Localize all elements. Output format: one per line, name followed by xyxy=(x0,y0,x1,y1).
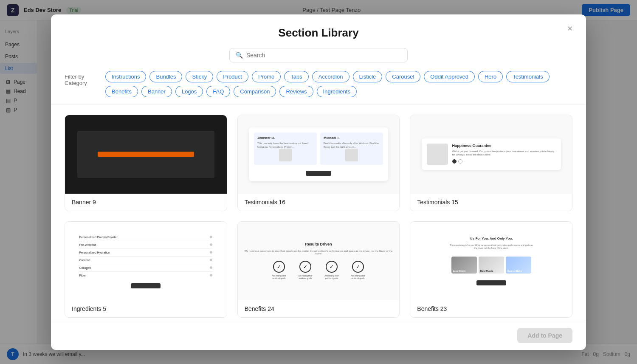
b24-icon-4: ✓ Are hitting their workout goals xyxy=(347,261,369,279)
t16-row: Jennifer B. This has truly been the best… xyxy=(254,133,383,165)
t15-nav xyxy=(452,159,556,164)
t16-card-1: Jennifer B. This has truly been the best… xyxy=(254,133,317,165)
ing5-row-1: Personalized Protein Powder xyxy=(79,234,212,241)
search-bar: 🔍 xyxy=(229,48,408,62)
section-preview-banner9 xyxy=(65,115,227,194)
ing5-row-6: Fiber xyxy=(79,272,212,279)
t16-name-2: Michael T. xyxy=(324,136,380,140)
modal-close-button[interactable]: × xyxy=(564,23,576,35)
t16-inner: Jennifer B. This has truly been the best… xyxy=(249,127,388,181)
b23-img-2: Build Muscle xyxy=(479,257,504,274)
filter-tag-ingredients[interactable]: Ingredients xyxy=(317,86,357,97)
filter-tag-faq[interactable]: FAQ xyxy=(206,86,230,97)
filter-tag-banner[interactable]: Banner xyxy=(141,86,172,97)
t15-inner: Happiness Guarantee We've got you covere… xyxy=(422,138,561,170)
ing5-preview-bg: Personalized Protein Powder Pre-Workout … xyxy=(65,222,227,300)
filter-tag-tabs[interactable]: Tabs xyxy=(284,71,308,82)
t15-img xyxy=(427,144,448,165)
b24-icons: ✓ Are hitting their workout goals ✓ Are … xyxy=(268,261,369,279)
filter-tag-accordion[interactable]: Accordion xyxy=(312,71,350,82)
b23-img-label-3: Recover Better xyxy=(507,270,523,272)
ing5-row-3: Personalized Hydration xyxy=(79,249,212,257)
b24-subtitle: We need our customers to stay their resu… xyxy=(243,250,395,255)
filter-area: Filter byCategory Instructions Bundles S… xyxy=(51,71,586,104)
ing5-label-5: Collagen xyxy=(79,266,91,269)
section-preview-benefits23: It's For You. And Only You. This experie… xyxy=(410,222,572,300)
section-label-benefits23: Benefits 23 xyxy=(410,300,572,317)
ing5-label-6: Fiber xyxy=(79,274,86,277)
section-card-benefits24[interactable]: Results Driven We need our customers to … xyxy=(237,221,400,318)
add-to-page-button[interactable]: Add to Page xyxy=(517,328,572,343)
b23-img-1: Lose Weight xyxy=(451,257,477,274)
filter-tag-benefits[interactable]: Benefits xyxy=(105,86,138,97)
b23-cta-btn xyxy=(476,280,506,285)
section-card-testimonials15[interactable]: Happiness Guarantee We've got you covere… xyxy=(410,115,572,211)
section-card-testimonials16[interactable]: Jennifer B. This has truly been the best… xyxy=(237,115,400,211)
filter-tag-comparison[interactable]: Comparison xyxy=(234,86,276,97)
b23-img-3: Recover Better xyxy=(506,257,531,274)
filter-label: Filter byCategory xyxy=(65,71,99,86)
filter-tag-promo[interactable]: Promo xyxy=(252,71,281,82)
filter-tag-hero[interactable]: Hero xyxy=(478,71,503,82)
b24-circle-1: ✓ xyxy=(273,261,285,273)
t16-text-1: This has truly been the best tasting out… xyxy=(257,141,313,149)
t16-cta-btn xyxy=(306,171,331,176)
ing5-dot-2 xyxy=(210,243,212,246)
ing5-row-5: Collagen xyxy=(79,264,212,272)
section-library-modal: Section Library × 🔍 Filter byCategory In… xyxy=(51,14,586,350)
b24-icon-label-2: Are hitting their workout goals xyxy=(295,274,316,279)
b24-title: Results Driven xyxy=(305,242,332,246)
search-input[interactable] xyxy=(246,52,401,59)
filter-tag-bundles[interactable]: Bundles xyxy=(149,71,182,82)
search-icon: 🔍 xyxy=(236,52,243,59)
modal-header: Section Library × 🔍 xyxy=(51,14,586,71)
section-label-banner9: Banner 9 xyxy=(65,194,227,211)
b24-icon-3: ✓ Are hitting their workout goals xyxy=(321,261,342,279)
section-label-testimonials15: Testimonials 15 xyxy=(410,194,572,211)
filter-tag-logos[interactable]: Logos xyxy=(175,86,203,97)
filter-tag-testimonials[interactable]: Testimonials xyxy=(506,71,550,82)
filter-tags-container: Instructions Bundles Sticky Product Prom… xyxy=(105,71,572,97)
t15-title: Happiness Guarantee xyxy=(452,144,556,148)
b23-subtitle: This experience is for you. What our per… xyxy=(449,244,534,250)
t16-product-2 xyxy=(345,149,358,161)
banner9-preview-inner xyxy=(77,131,215,178)
t16-card-2: Michael T. Feel the results after only a… xyxy=(320,133,383,165)
section-preview-testimonials16: Jennifer B. This has truly been the best… xyxy=(238,115,400,194)
ing5-dot-4 xyxy=(210,259,212,261)
t16-btn-wrap xyxy=(254,168,383,176)
t15-text: We've got you covered. Our guarantee pro… xyxy=(452,150,556,157)
ing5-dot-3 xyxy=(210,251,212,254)
banner9-bar xyxy=(98,152,194,157)
ing5-btn-wrap xyxy=(79,279,212,288)
modal-overlay: Section Library × 🔍 Filter byCategory In… xyxy=(0,0,637,364)
b23-img-label-2: Build Muscle xyxy=(480,270,493,272)
section-grid: Banner 9 Jennifer B. This has truly been… xyxy=(65,115,572,318)
ing5-label-1: Personalized Protein Powder xyxy=(79,236,117,239)
filter-tag-reviews[interactable]: Reviews xyxy=(279,86,313,97)
b23-preview-bg: It's For You. And Only You. This experie… xyxy=(410,222,572,300)
filter-tag-instructions[interactable]: Instructions xyxy=(105,71,146,82)
modal-body: Banner 9 Jennifer B. This has truly been… xyxy=(51,104,586,321)
t16-preview-bg: Jennifer B. This has truly been the best… xyxy=(238,115,400,194)
filter-tag-listicle[interactable]: Listicle xyxy=(353,71,383,82)
banner9-preview-bg xyxy=(65,115,227,194)
t16-product-1 xyxy=(279,149,292,161)
t16-text-2: Feel the results after only after Workou… xyxy=(324,141,380,149)
section-label-ingredients5: Ingredients 5 xyxy=(65,300,227,317)
section-preview-benefits24: Results Driven We need our customers to … xyxy=(238,222,400,300)
section-card-benefits23[interactable]: It's For You. And Only You. This experie… xyxy=(410,221,572,318)
filter-tag-sticky[interactable]: Sticky xyxy=(186,71,213,82)
t15-dot-2 xyxy=(458,159,462,164)
t16-name-1: Jennifer B. xyxy=(257,136,313,140)
section-label-testimonials16: Testimonials 16 xyxy=(238,194,400,211)
filter-tag-product[interactable]: Product xyxy=(217,71,248,82)
b23-title: It's For You. And Only You. xyxy=(470,237,513,240)
b24-icon-label-3: Are hitting their workout goals xyxy=(321,274,342,279)
t15-dot-1 xyxy=(452,159,457,164)
section-card-ingredients5[interactable]: Personalized Protein Powder Pre-Workout … xyxy=(65,221,227,318)
b24-icon-label-4: Are hitting their workout goals xyxy=(347,274,369,279)
filter-tag-carousel[interactable]: Carousel xyxy=(386,71,420,82)
filter-tag-oddit[interactable]: Oddit Approved xyxy=(424,71,475,82)
section-card-banner9[interactable]: Banner 9 xyxy=(65,115,227,211)
